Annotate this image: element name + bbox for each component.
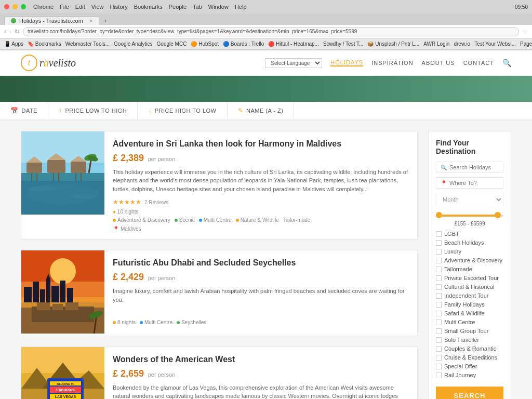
language-selector[interactable]: Select Language (265, 58, 322, 68)
checkbox-small-group[interactable] (436, 328, 442, 334)
checkbox-cultural[interactable] (436, 284, 442, 290)
category-luxury[interactable]: Luxury (436, 248, 503, 255)
checkbox-independent[interactable] (436, 293, 442, 299)
menu-bookmarks[interactable]: Bookmarks (134, 4, 163, 10)
checkbox-family[interactable] (436, 302, 442, 308)
svg-rect-5 (26, 163, 42, 173)
category-cultural[interactable]: Cultural & Historical (436, 284, 503, 290)
bookmark-apps[interactable]: 📱 Apps (4, 41, 23, 47)
bookmark-hubspot[interactable]: 🟠 HubSpot (191, 41, 219, 47)
price-range-fill (436, 215, 500, 217)
nav-inspiration[interactable]: INSPIRATION (371, 60, 413, 66)
bookmark-mcc[interactable]: Google MCC (157, 41, 187, 47)
price-range-thumb-left[interactable] (436, 212, 442, 218)
bookmark-unsplash[interactable]: 📦 Unsplash / Pntr L... (367, 41, 419, 47)
listing-content-2: Futuristic Abu Dhabi and Secluded Seyche… (104, 250, 417, 336)
category-multi-centre[interactable]: Multi Centre (436, 319, 503, 325)
bookmark-star-icon[interactable]: ☆ (522, 28, 528, 35)
reload-button[interactable]: ↻ (15, 28, 20, 35)
menu-help[interactable]: Help (235, 4, 247, 10)
listing-highlights-1: ● 10 nights (113, 209, 409, 215)
bookmark-webmaster[interactable]: Webmaster Tools... (65, 41, 110, 47)
bookmark-pagespeed[interactable]: PageSpeed Insigh... (520, 41, 532, 47)
bookmark-hittail[interactable]: 🔴 Hittail - Heatmap... (268, 41, 319, 47)
bookmark-bookmarks[interactable]: 🔖 Bookmarks (28, 41, 61, 47)
menu-view[interactable]: View (91, 4, 104, 10)
checkbox-beach[interactable] (436, 240, 442, 246)
address-bar[interactable] (23, 27, 519, 36)
listing-content-3: Wonders of the American West £ 2,659 per… (104, 347, 417, 399)
bookmark-scwdhy[interactable]: Scwdhy / Test T... (323, 41, 363, 47)
nav-contact[interactable]: CONTACT (463, 60, 494, 66)
category-private-escorted[interactable]: Private Escorted Tour (436, 275, 503, 281)
category-special-offer[interactable]: Special Offer (436, 363, 503, 369)
month-select[interactable]: Month January February March April May J… (436, 193, 503, 206)
svg-rect-32 (46, 279, 50, 302)
back-button[interactable]: ‹ (4, 28, 6, 35)
category-cruise[interactable]: Cruise & Expeditions (436, 354, 503, 361)
category-rail[interactable]: Rail Journey (436, 372, 503, 378)
forward-button[interactable]: › (9, 28, 11, 35)
search-icon[interactable]: 🔍 (502, 59, 511, 67)
category-solo[interactable]: Solo Traveller (436, 337, 503, 343)
bookmark-analytics[interactable]: Google Analytics (114, 41, 153, 47)
sort-price-high[interactable]: ↓ PRICE HIGH TO LOW (138, 102, 227, 119)
svg-point-26 (50, 258, 76, 284)
sort-date[interactable]: 📅 DATE (0, 102, 48, 119)
hero-banner (0, 76, 532, 102)
menu-window[interactable]: Window (208, 4, 229, 10)
category-tailormade[interactable]: Tailormade (436, 266, 503, 272)
price-range-thumb-right[interactable] (495, 212, 501, 218)
search-button[interactable]: SEARCH (436, 387, 503, 399)
bookmark-test-website[interactable]: Test Your Websi... (474, 41, 516, 47)
checkbox-luxury[interactable] (436, 249, 442, 255)
menu-tab[interactable]: Tab (193, 4, 202, 10)
bookmark-awr[interactable]: AWR Login (423, 41, 449, 47)
sort-name[interactable]: ✎ NAME (A - Z) (228, 102, 295, 119)
listing-description-2: Imagine luxury, comfort and lavish Arabi… (113, 287, 409, 304)
checkbox-multi-centre[interactable] (436, 320, 442, 325)
close-button[interactable] (4, 4, 9, 9)
menu-edit[interactable]: Edit (75, 4, 85, 10)
menu-people[interactable]: People (169, 4, 187, 10)
category-small-group[interactable]: Small Group Tour (436, 328, 503, 334)
new-tab-button[interactable]: + (99, 17, 111, 25)
las-vegas-image: WELCOME TO Fabulous LAS VEGAS NEVADA (21, 347, 104, 399)
checkbox-solo[interactable] (436, 337, 442, 343)
hero-image (0, 76, 532, 102)
nav-about[interactable]: ABOUT US (422, 60, 455, 66)
checkbox-couples[interactable] (436, 346, 442, 352)
checkbox-lgbt[interactable] (436, 231, 442, 237)
minimize-button[interactable] (12, 4, 18, 9)
checkbox-rail[interactable] (436, 373, 442, 378)
checkbox-special-offer[interactable] (436, 364, 442, 369)
svg-rect-36 (67, 288, 73, 302)
category-beach[interactable]: Beach Holidays (436, 240, 503, 246)
svg-point-21 (26, 186, 58, 191)
category-couples[interactable]: Couples & Romantic (436, 345, 503, 352)
nav-holidays[interactable]: HOLIDAYS (330, 59, 363, 66)
listing-price-per-3: per person (148, 371, 176, 378)
menu-history[interactable]: History (110, 4, 127, 10)
checkbox-private-escorted[interactable] (436, 275, 442, 281)
checkbox-cruise[interactable] (436, 355, 442, 361)
bookmark-drawio[interactable]: drew.io (454, 41, 470, 47)
tag-1: Adventure & Discovery (113, 217, 170, 223)
category-adventure[interactable]: Adventure & Discovery (436, 257, 503, 263)
checkbox-safari[interactable] (436, 311, 442, 316)
category-lgbt[interactable]: LGBT (436, 231, 503, 237)
checkbox-adventure[interactable] (436, 258, 442, 263)
tab-close-icon[interactable]: × (89, 18, 92, 24)
menu-file[interactable]: File (60, 4, 69, 10)
search-holidays-input[interactable] (449, 164, 499, 170)
category-family[interactable]: Family Holidays (436, 301, 503, 308)
menu-chrome[interactable]: Chrome (33, 4, 54, 10)
bookmark-trello[interactable]: 🔵 Boards : Trello (223, 41, 264, 47)
browser-tab-active[interactable]: Holidays - Travelisto.com × (4, 16, 99, 25)
where-to-input[interactable] (449, 180, 499, 186)
checkbox-tailormade[interactable] (436, 267, 442, 272)
category-safari[interactable]: Safari & Wildlife (436, 310, 503, 316)
maximize-button[interactable] (21, 4, 26, 9)
sort-price-low[interactable]: ↑ PRICE LOW TO HIGH (48, 102, 138, 119)
category-independent[interactable]: Independent Tour (436, 292, 503, 299)
